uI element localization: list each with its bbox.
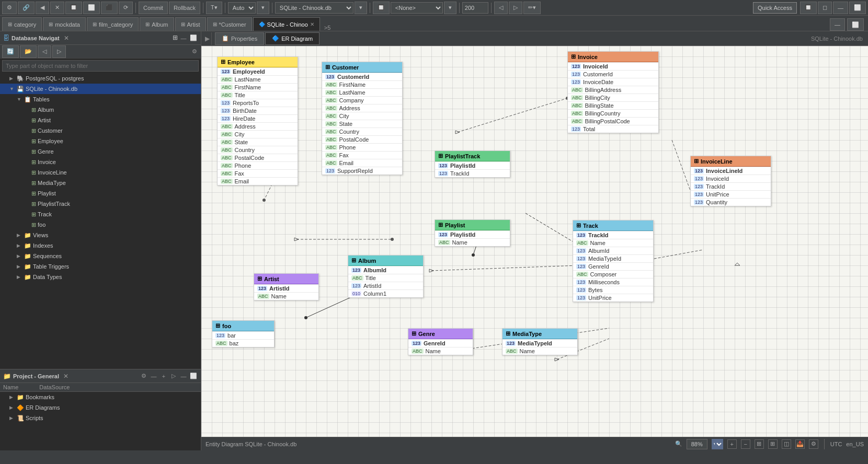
project-item-scripts[interactable]: ▶ 📜 Scripts <box>0 413 201 423</box>
schema-dropdown-btn[interactable]: ▾ <box>444 2 456 14</box>
db-combo[interactable]: SQLite - Chinook.db <box>275 2 353 14</box>
toolbar-btn-7[interactable]: ⬛ <box>101 2 118 14</box>
er-entity-playlist[interactable]: ⊞ Playlist 123 PlaylistId ABC Name <box>435 219 510 247</box>
db-dropdown-btn[interactable]: ▾ <box>355 2 367 14</box>
db-nav-filter-btn[interactable]: 📂 <box>20 45 37 58</box>
er-entity-invoice[interactable]: ⊞ Invoice 123 InvoiceId 123 CustomerId 1… <box>567 51 659 133</box>
db-navigator-close-icon[interactable]: ✕ <box>64 34 69 42</box>
tree-item-invoiceline[interactable]: ⊞ InvoiceLine <box>0 167 201 178</box>
schema-combo[interactable]: <None> <box>391 2 443 14</box>
tab-mockdata[interactable]: ⊞ mockdata <box>43 17 86 31</box>
commit-button[interactable]: Commit <box>139 2 168 14</box>
project-maximize-btn[interactable]: ⬜ <box>189 372 198 380</box>
auto-combo[interactable]: Auto <box>228 2 256 14</box>
toolbar-btn-icon2[interactable]: ◻ <box>818 2 832 14</box>
toolbar-btn-6[interactable]: ⬜ <box>83 2 100 14</box>
zoom-settings-btn[interactable]: ⚙ <box>809 439 818 449</box>
project-add-btn[interactable]: + <box>159 372 168 380</box>
zoom-dropdown[interactable]: ▾ <box>712 439 723 449</box>
tree-item-album[interactable]: ⊞ Album <box>0 105 201 115</box>
tree-item-indexes[interactable]: ▶ 📁 Indexes <box>0 240 201 251</box>
project-collapse-btn[interactable]: — <box>150 372 158 380</box>
er-entity-playlisttrack[interactable]: ⊞ PlaylistTrack 123 PlaylistId 123 Track… <box>435 150 510 178</box>
db-nav-extra-btn[interactable]: ⚙ <box>190 48 199 56</box>
tab-sqlite-chinoo-close[interactable]: ✕ <box>310 21 314 27</box>
toolbar-btn-8[interactable]: ⟳ <box>119 2 133 14</box>
project-arrow-btn[interactable]: ▷ <box>169 372 178 380</box>
tab-more[interactable]: >5 <box>321 25 334 31</box>
db-nav-refresh-btn[interactable]: 🔄 <box>2 45 19 58</box>
db-nav-arrow-left-btn[interactable]: ◁ <box>38 45 51 58</box>
zoom-fit-btn[interactable]: ⊞ <box>755 439 764 449</box>
tree-item-postgres[interactable]: ▶ 🐘 PostgreSQL - postgres <box>0 73 201 84</box>
window-minimize-btn[interactable]: — <box>830 18 845 31</box>
zoom-layout-btn[interactable]: ◫ <box>782 439 791 449</box>
er-entity-artist[interactable]: ⊞ Artist 123 ArtistId ABC Name <box>254 273 319 300</box>
tree-item-employee[interactable]: ⊞ Employee <box>0 136 201 146</box>
tab-category[interactable]: ⊞ category <box>2 17 42 31</box>
zoom-value-input[interactable] <box>687 439 707 449</box>
tree-item-artist[interactable]: ⊞ Artist <box>0 115 201 125</box>
tree-item-invoice[interactable]: ⊞ Invoice <box>0 157 201 167</box>
tree-item-genre[interactable]: ⊞ Genre <box>0 146 201 157</box>
left-arrow-tab[interactable]: ▶ <box>203 32 212 45</box>
window-restore-btn[interactable]: ⬜ <box>847 18 864 31</box>
tree-item-track[interactable]: ⊞ Track <box>0 209 201 219</box>
toolbar-btn-nav2[interactable]: ▷ <box>509 2 522 14</box>
tab-artist[interactable]: ⊞ Artist <box>175 17 206 31</box>
rollback-button[interactable]: Rollback <box>169 2 200 14</box>
quick-access-button[interactable]: Quick Access <box>753 2 797 14</box>
tab-properties[interactable]: 📋 Properties <box>215 32 264 45</box>
toolbar-btn-5[interactable]: 🔲 <box>65 2 82 14</box>
project-item-erdiagrams[interactable]: ▶ 🔶 ER Diagrams <box>0 402 201 413</box>
er-entity-album[interactable]: ⊞ Album 123 AlbumId ABC Title 123 Artist… <box>348 255 424 298</box>
er-entity-customer[interactable]: ⊞ Customer 123 CustomerId ABC FirstName … <box>322 62 403 175</box>
toolbar-btn-icon4[interactable]: ⬜ <box>849 2 866 14</box>
tree-item-mediatype[interactable]: ⊞ MediaType <box>0 178 201 188</box>
er-entity-track[interactable]: ⊞ Track 123 TrackId ABC Name 123 AlbumId… <box>573 220 654 302</box>
tab-film-category[interactable]: ⊞ film_category <box>87 17 139 31</box>
toolbar-btn-4[interactable]: ✕ <box>50 2 64 14</box>
tree-item-datatypes[interactable]: ▶ 📁 Data Types <box>0 272 201 282</box>
zoom-input[interactable] <box>462 2 488 14</box>
er-entity-foo[interactable]: ⊞ foo 123 bar ABC baz <box>212 320 275 347</box>
zoom-out-btn[interactable]: − <box>741 439 750 449</box>
tree-item-playlist[interactable]: ⊞ Playlist <box>0 188 201 199</box>
project-minimize-btn[interactable]: — <box>179 372 188 380</box>
schema-icon-btn[interactable]: 🔲 <box>373 2 390 14</box>
tree-item-tables[interactable]: ▼ 📋 Tables <box>0 94 201 105</box>
zoom-in-btn[interactable]: + <box>727 439 737 449</box>
er-entity-invoiceline[interactable]: ⊞ InvoiceLine 123 InvoiceLineId 123 Invo… <box>690 156 771 206</box>
project-item-bookmarks[interactable]: ▶ 📁 Bookmarks <box>0 392 201 402</box>
tree-item-playlisttrack[interactable]: ⊞ PlaylistTrack <box>0 199 201 209</box>
tab-er-diagram[interactable]: 🔷 ER Diagram <box>265 32 319 45</box>
toolbar-btn-pencil[interactable]: ✏▾ <box>523 2 541 14</box>
tree-item-views[interactable]: ▶ 📁 Views <box>0 230 201 240</box>
db-nav-maximize-btn[interactable]: ⬜ <box>189 34 198 42</box>
er-diagram-canvas[interactable]: ⊞ Employee 123 EmployeeId ABC LastName A… <box>201 46 868 437</box>
tab-album[interactable]: ⊞ Album <box>140 17 174 31</box>
toolbar-btn-t[interactable]: T▾ <box>206 2 222 14</box>
toolbar-btn-nav1[interactable]: ◁ <box>494 2 508 14</box>
toolbar-btn-icon1[interactable]: 🔲 <box>800 2 817 14</box>
tab-customer[interactable]: ⊞ *Customer <box>207 17 252 31</box>
toolbar-btn-1[interactable]: ⚙ <box>2 2 17 14</box>
project-close-icon[interactable]: ✕ <box>63 373 68 380</box>
zoom-export-btn[interactable]: 📤 <box>795 439 805 449</box>
toolbar-btn-icon3[interactable]: — <box>833 2 848 14</box>
auto-dropdown-btn[interactable]: ▾ <box>257 2 269 14</box>
tree-item-customer[interactable]: ⊞ Customer <box>0 125 201 136</box>
er-entity-employee[interactable]: ⊞ Employee 123 EmployeeId ABC LastName A… <box>217 56 298 185</box>
db-nav-minimize-btn[interactable]: — <box>179 34 188 42</box>
tree-item-sequences[interactable]: ▶ 📁 Sequences <box>0 251 201 261</box>
tree-item-sqlite[interactable]: ▼ 💾 SQLite - Chinook.db <box>0 84 201 94</box>
db-filter-input[interactable] <box>2 60 199 72</box>
er-entity-genre[interactable]: ⊞ Genre 123 GenreId ABC Name <box>408 328 473 355</box>
toolbar-btn-2[interactable]: 🔗 <box>18 2 35 14</box>
db-nav-arrow-right-btn[interactable]: ▷ <box>52 45 66 58</box>
er-entity-mediatype[interactable]: ⊞ MediaType 123 MediaTypeId ABC Name <box>502 328 578 355</box>
toolbar-btn-3[interactable]: ◀ <box>36 2 49 14</box>
zoom-grid-btn[interactable]: ⊞ <box>768 439 778 449</box>
tree-item-foo[interactable]: ⊞ foo <box>0 219 201 230</box>
tab-sqlite-chinoo[interactable]: 🔷 SQLite - Chinoo ✕ <box>253 17 320 31</box>
